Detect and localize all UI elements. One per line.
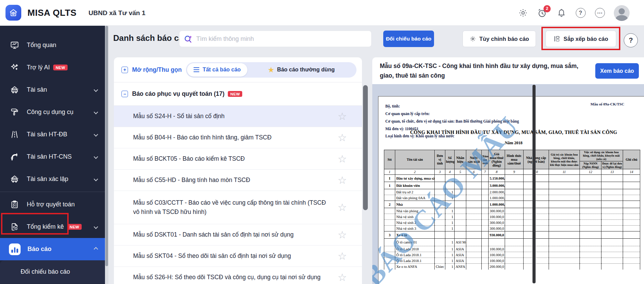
favorite-star-icon[interactable]: ☆ bbox=[338, 202, 347, 213]
chevron-up-icon bbox=[94, 247, 98, 251]
favorite-star-icon[interactable]: ☆ bbox=[338, 133, 347, 143]
sidebar-item-label: Tài sản HT-CNS bbox=[27, 153, 72, 160]
sidebar-item-label: Báo cáo bbox=[27, 246, 51, 253]
report-list-item[interactable]: Mẫu số DSKT01 - Danh sách tài sản cố địn… bbox=[114, 224, 362, 246]
gear-icon bbox=[469, 35, 476, 42]
sidebar-item-label: Tổng kiểm kê bbox=[27, 223, 64, 230]
tab-favorite-reports[interactable]: ★ Báo cáo thường dùng bbox=[247, 63, 355, 77]
compare-reports-button[interactable]: Đối chiếu báo cáo bbox=[383, 31, 434, 47]
avatar-head-shape bbox=[619, 8, 625, 14]
expand-collapse-toggle[interactable]: Mở rộng/Thu gọn bbox=[132, 66, 182, 73]
tab-all-reports-label: Tất cả báo cáo bbox=[202, 67, 241, 73]
misa-logo[interactable] bbox=[5, 5, 21, 21]
favorite-star-icon[interactable]: ☆ bbox=[338, 154, 347, 164]
sidebar-subitem-label: Đối chiếu báo cáo bbox=[21, 268, 70, 275]
sidebar-item-label: Tài sản HT-ĐB bbox=[27, 131, 67, 138]
report-section-header[interactable]: − Báo cáo phục vụ quyết toán (17) NEW bbox=[114, 82, 362, 106]
chevron-down-icon bbox=[94, 88, 98, 92]
expand-icon[interactable]: + bbox=[121, 67, 128, 73]
help-button[interactable]: ? bbox=[575, 8, 586, 18]
report-list-item[interactable]: Mẫu số SKT04 - Sổ theo dõi tài sản cố đị… bbox=[114, 246, 362, 267]
organization-name[interactable]: UBND xã Tư vấn 1 bbox=[89, 9, 145, 17]
dashboard-icon bbox=[9, 40, 20, 51]
sidebar-item-tai-san-ht-cns[interactable]: Tài sản HT-CNS bbox=[0, 146, 105, 168]
clipboard-check-icon bbox=[9, 199, 20, 210]
sidebar-item-tong-kiem-ke[interactable]: Tổng kiểm kê NEW bbox=[0, 216, 105, 238]
sidebar-item-tong-quan[interactable]: Tổng quan bbox=[0, 34, 105, 56]
new-badge: NEW bbox=[228, 91, 242, 97]
favorite-star-icon[interactable]: ☆ bbox=[338, 251, 347, 261]
tab-all-reports[interactable]: Tất cả báo cáo bbox=[187, 63, 247, 77]
favorite-star-icon[interactable]: ☆ bbox=[338, 230, 347, 240]
list-scrollbar-thumb[interactable] bbox=[363, 85, 368, 210]
sidebar-item-tai-san[interactable]: Tài sản bbox=[0, 79, 105, 101]
meta-line: Bộ, tỉnh: bbox=[385, 103, 519, 110]
report-list-item[interactable]: Mẫu số S26-H: Sổ theo dõi TSCĐ và công c… bbox=[114, 267, 362, 284]
chevron-down-icon bbox=[94, 110, 98, 114]
document-year: Năm 2018 bbox=[378, 140, 644, 146]
reminder-button[interactable]: 2 bbox=[537, 8, 547, 18]
search-input[interactable] bbox=[196, 35, 344, 43]
table-row: 1Đất khuôn viên3.000.000,0 bbox=[384, 182, 640, 189]
arrange-reports-button[interactable]: Sắp xếp báo cáo bbox=[546, 31, 616, 47]
report-list-item[interactable]: Mẫu số C03/CCTT - Báo cáo về việc cung c… bbox=[114, 191, 362, 224]
chevron-down-icon bbox=[94, 225, 98, 229]
table-row: IĐầu tư xây dựng, mua sắm5.150.000,0 bbox=[384, 175, 640, 182]
paint-roller-icon bbox=[9, 107, 20, 118]
report-name: Mẫu số S24-H - Sổ tài sản cố định bbox=[133, 112, 334, 121]
report-name: Mẫu số B04-H - Báo cáo tình hình tăng, g… bbox=[133, 133, 334, 142]
favorite-star-icon[interactable]: ☆ bbox=[338, 111, 347, 122]
sidebar-scrollbar[interactable] bbox=[105, 26, 108, 284]
sidebar-scrollbar-thumb[interactable] bbox=[105, 26, 108, 266]
table-row: 3Xe ô tô930.000,0 bbox=[384, 231, 640, 239]
favorite-star-icon[interactable]: ☆ bbox=[338, 272, 347, 283]
report-list-header: + Mở rộng/Thu gọn Tất cả báo cáo ★ Báo c… bbox=[114, 57, 362, 82]
sidebar-item-label: Tài sản xác lập bbox=[27, 175, 68, 183]
new-badge: NEW bbox=[53, 65, 68, 70]
house-car-icon bbox=[9, 84, 20, 95]
sidebar-submenu: Đối chiếu báo cáo bbox=[0, 260, 105, 284]
report-list-item[interactable]: Mẫu số BCKT05 - Báo cáo kiểm kê TSCĐ ☆ bbox=[114, 148, 362, 170]
report-list-panel: + Mở rộng/Thu gọn Tất cả báo cáo ★ Báo c… bbox=[114, 57, 362, 284]
avatar-body-shape bbox=[616, 15, 628, 21]
user-avatar[interactable] bbox=[614, 5, 630, 21]
customize-reports-label: Tùy chỉnh báo cáo bbox=[479, 36, 529, 42]
page-title: Danh sách báo cáo bbox=[113, 33, 188, 43]
report-name: Mẫu số DSKT01 - Danh sách tài sản cố địn… bbox=[133, 230, 334, 239]
table-row: Nhà vệ sinh 31300.000,0 bbox=[384, 226, 640, 231]
house-car-icon bbox=[9, 174, 20, 185]
preview-scrollbar[interactable] bbox=[532, 85, 536, 283]
customize-reports-button[interactable]: Tùy chỉnh báo cáo bbox=[462, 31, 536, 47]
report-list-item[interactable]: Mẫu số C55-HD - Bảng tính hao mòn TSCĐ ☆ bbox=[114, 170, 362, 191]
sidebar-item-label: Công cụ dụng cụ bbox=[27, 109, 73, 116]
view-report-button[interactable]: Xem báo cáo bbox=[595, 63, 639, 79]
tab-favorite-reports-label: Báo cáo thường dùng bbox=[277, 67, 335, 73]
sidebar-item-bao-cao[interactable]: Báo cáo bbox=[0, 238, 105, 260]
notifications-button[interactable] bbox=[556, 8, 566, 18]
report-preview-area: Bộ, tỉnh: Cơ quan quản lý cấp trên: Cơ q… bbox=[372, 84, 644, 284]
report-data-table: Stt Tên tài sản Đơn vị tính Số lượng Nhã… bbox=[384, 150, 640, 270]
floating-help-button[interactable]: ? bbox=[624, 33, 638, 47]
chevron-down-icon bbox=[94, 132, 98, 137]
sidebar-subitem-doi-chieu-bao-cao[interactable]: Đối chiếu báo cáo bbox=[0, 260, 105, 283]
ellipsis-icon: ⋯ bbox=[595, 8, 605, 18]
sidebar-item-cong-cu-dung-cu[interactable]: Công cụ dụng cụ bbox=[0, 101, 105, 123]
home-icon bbox=[9, 8, 18, 18]
sidebar-item-tai-san-ht-db[interactable]: Tài sản HT-ĐB bbox=[0, 123, 105, 146]
sidebar-divider bbox=[0, 192, 105, 192]
report-name: Mẫu số BCKT05 - Báo cáo kiểm kê TSCĐ bbox=[133, 154, 334, 163]
pipe-icon bbox=[9, 151, 20, 162]
table-row: Nhà vệ sinh 21300.000,0 bbox=[384, 220, 640, 226]
smart-search-box[interactable] bbox=[179, 31, 372, 47]
document-check-icon bbox=[9, 221, 20, 232]
settings-button[interactable] bbox=[518, 8, 528, 18]
report-list-item[interactable]: Mẫu số S24-H - Sổ tài sản cố định ☆ bbox=[114, 106, 362, 127]
sidebar-item-ho-tro-quyet-toan[interactable]: Hỗ trợ quyết toán bbox=[0, 193, 105, 216]
sidebar-item-tai-san-xac-lap[interactable]: Tài sản xác lập bbox=[0, 168, 105, 190]
report-list-item[interactable]: Mẫu số B04-H - Báo cáo tình hình tăng, g… bbox=[114, 127, 362, 148]
sidebar-item-tro-ly-ai[interactable]: Trợ lý AI NEW bbox=[0, 56, 105, 79]
more-options-button[interactable]: ⋯ bbox=[595, 8, 605, 18]
report-tabs: Tất cả báo cáo ★ Báo cáo thường dùng bbox=[186, 62, 356, 78]
favorite-star-icon[interactable]: ☆ bbox=[338, 175, 347, 185]
collapse-icon[interactable]: − bbox=[121, 91, 128, 97]
